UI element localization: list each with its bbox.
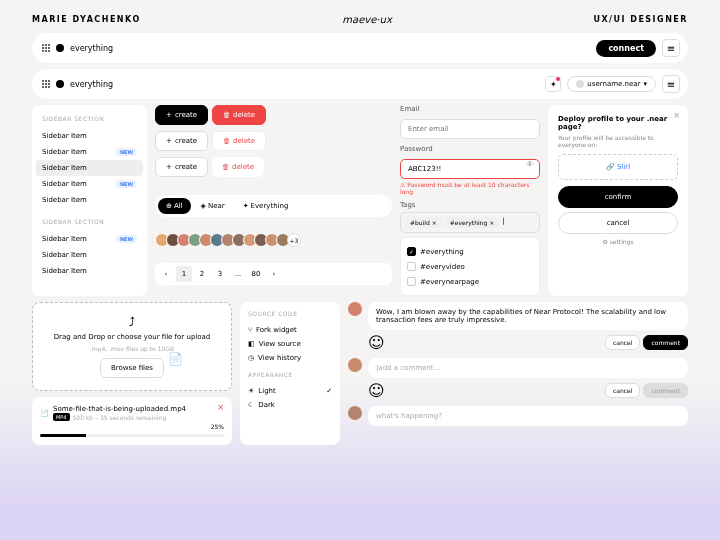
- pagination: ‹ 123...80 ›: [155, 263, 392, 285]
- cancel-button[interactable]: cancel: [605, 383, 640, 398]
- check-icon: ✓: [326, 387, 332, 395]
- grid-icon[interactable]: [42, 80, 50, 88]
- logo-icon: [56, 44, 64, 52]
- sidebar-item[interactable]: Sidebar ItemNEW: [36, 144, 143, 160]
- deploy-card: × Deploy profile to your .near page? You…: [548, 105, 688, 296]
- trash-icon: 🗑: [223, 111, 230, 119]
- brand: everything: [70, 44, 113, 53]
- chevron-down-icon: ▾: [643, 80, 647, 88]
- upload-icon: ⤴: [45, 315, 219, 329]
- user-pill[interactable]: username.near ▾: [567, 76, 656, 92]
- page-number[interactable]: ...: [230, 266, 246, 282]
- plus-icon: +: [166, 137, 172, 145]
- plus-icon: +: [166, 111, 172, 119]
- menu-history[interactable]: ◷View history: [248, 351, 332, 365]
- trash-icon: 🗑: [223, 137, 230, 145]
- comment-button-disabled: comment: [643, 383, 688, 398]
- tags-input[interactable]: #build× #everything× |: [400, 212, 540, 233]
- avatar-more[interactable]: +3: [287, 233, 301, 247]
- deploy-title: Deploy profile to your .near page?: [558, 115, 678, 131]
- delete-link[interactable]: 🗑delete: [212, 157, 264, 177]
- sidebar-item[interactable]: Sidebar ItemNEW: [36, 231, 143, 247]
- connect-button[interactable]: connect: [596, 40, 656, 57]
- comment-input[interactable]: |add a comment...: [368, 358, 688, 378]
- menu-source[interactable]: ◧View source: [248, 337, 332, 351]
- checkbox[interactable]: [407, 262, 416, 271]
- page-number[interactable]: 3: [212, 266, 228, 282]
- file-icon: 📄: [168, 352, 183, 366]
- grid-icon[interactable]: [42, 44, 50, 52]
- cancel-upload-icon[interactable]: ×: [217, 403, 224, 412]
- menu-fork[interactable]: ⑂Fork widget: [248, 323, 332, 337]
- plus-icon: +: [166, 163, 172, 171]
- eye-icon[interactable]: 👁: [526, 160, 534, 169]
- email-input[interactable]: [400, 119, 540, 139]
- password-input[interactable]: [400, 159, 540, 179]
- avatar: [348, 406, 362, 420]
- comment-input[interactable]: what's happening?: [368, 406, 688, 426]
- segment-near[interactable]: ◈Near: [193, 198, 233, 214]
- cancel-button[interactable]: cancel: [605, 335, 640, 350]
- topbar-2: everything ✦ username.near ▾ ≡: [32, 69, 688, 99]
- notification-icon[interactable]: ✦: [545, 76, 561, 92]
- remove-icon[interactable]: ×: [489, 219, 494, 226]
- sidebar-section-title: SIDEBAR SECTION: [42, 115, 137, 122]
- sidebar-section-title: SIDEBAR SECTION: [42, 218, 137, 225]
- confirm-button[interactable]: confirm: [558, 186, 678, 208]
- page-prev[interactable]: ‹: [158, 266, 174, 282]
- segment-control: ⊕All ◈Near ✦Everything: [155, 195, 392, 217]
- emoji-icon[interactable]: ☺: [368, 381, 385, 400]
- close-icon[interactable]: ×: [673, 111, 680, 120]
- email-label: Email: [400, 105, 540, 113]
- sun-icon: ☀: [248, 387, 254, 395]
- checkbox[interactable]: ✓: [407, 247, 416, 256]
- upload-progress: × 📄 Some-file-that-is-being-uploaded.mp4…: [32, 397, 232, 445]
- menu-dark[interactable]: ☾Dark: [248, 398, 332, 412]
- form-column: Email Password 👁 ⚠ Password must be at l…: [400, 105, 540, 296]
- sidebar-item[interactable]: Sidebar Item: [36, 247, 143, 263]
- sidebar-item[interactable]: Sidebar Item: [36, 192, 143, 208]
- comments-column: Wow, I am blown away by the capabilities…: [348, 302, 688, 445]
- segment-all[interactable]: ⊕All: [158, 198, 191, 214]
- upload-dropzone[interactable]: ⤴ Drag and Drop or choose your file for …: [32, 302, 232, 391]
- avatar-stack: +3: [155, 233, 392, 247]
- page-number[interactable]: 1: [176, 266, 192, 282]
- browse-button[interactable]: Browse files: [100, 358, 164, 378]
- delete-button-primary[interactable]: 🗑delete: [212, 105, 266, 125]
- create-button-primary[interactable]: +create: [155, 105, 208, 125]
- create-button[interactable]: +create: [155, 157, 208, 177]
- menu-light[interactable]: ☀Light✓: [248, 384, 332, 398]
- page-number[interactable]: 2: [194, 266, 210, 282]
- avatar: [348, 302, 362, 316]
- deploy-sub: Your profile will be accessible to every…: [558, 134, 678, 148]
- sidebar-item[interactable]: Sidebar Item: [36, 263, 143, 279]
- delete-button-outline[interactable]: 🗑delete: [212, 131, 266, 151]
- remove-icon[interactable]: ×: [432, 219, 437, 226]
- near-icon: ◈: [201, 202, 206, 210]
- globe-icon: ⊕: [166, 202, 172, 210]
- comment-bubble: Wow, I am blown away by the capabilities…: [368, 302, 688, 330]
- deploy-target[interactable]: 🔗 Slirl: [558, 154, 678, 180]
- sidebar-item[interactable]: Sidebar Item: [36, 160, 143, 176]
- cancel-button[interactable]: cancel: [558, 212, 678, 234]
- menu-button[interactable]: ≡: [662, 39, 680, 57]
- header-right: UX/UI DESIGNER: [593, 15, 688, 24]
- page-number[interactable]: 80: [248, 266, 264, 282]
- comment-button[interactable]: comment: [643, 335, 688, 350]
- emoji-icon[interactable]: ☺: [368, 333, 385, 352]
- settings-link[interactable]: ⚙ settings: [558, 238, 678, 245]
- checkbox[interactable]: [407, 277, 416, 286]
- fork-icon: ⑂: [248, 326, 252, 334]
- create-button[interactable]: +create: [155, 131, 208, 151]
- menu-button[interactable]: ≡: [662, 75, 680, 93]
- sidebar-item[interactable]: Sidebar Item: [36, 128, 143, 144]
- sidebar-item[interactable]: Sidebar ItemNEW: [36, 176, 143, 192]
- tags-label: Tags: [400, 201, 540, 209]
- logo-icon: [56, 80, 64, 88]
- video-icon: 📄: [40, 409, 49, 417]
- sparkle-icon: ✦: [243, 202, 249, 210]
- header-center: maeve·ux: [342, 14, 392, 25]
- page-next[interactable]: ›: [266, 266, 282, 282]
- segment-everything[interactable]: ✦Everything: [235, 198, 297, 214]
- brand: everything: [70, 80, 113, 89]
